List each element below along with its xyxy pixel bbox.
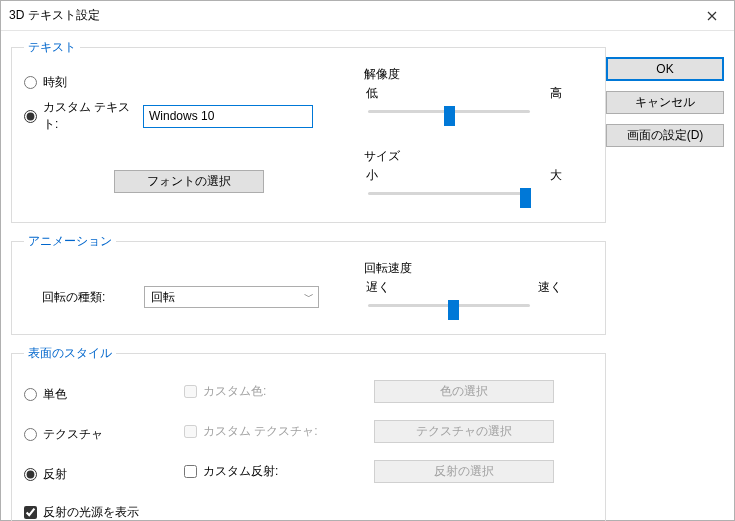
chevron-down-icon: ﹀ — [304, 290, 314, 304]
size-slider-box: サイズ 小 大 — [364, 146, 564, 210]
left-column: テキスト 時刻 カスタム テキスト: フォントの選択 — [11, 39, 606, 521]
radio-time[interactable] — [24, 76, 37, 89]
choose-reflection-button: 反射の選択 — [374, 460, 554, 483]
size-small-label: 小 — [366, 167, 378, 184]
dialog-body: テキスト 時刻 カスタム テキスト: フォントの選択 — [1, 31, 734, 521]
choose-font-button[interactable]: フォントの選択 — [114, 170, 264, 193]
size-slider[interactable] — [364, 186, 534, 210]
radio-custom-text[interactable] — [24, 110, 37, 123]
radio-solid-color-label: 単色 — [43, 386, 67, 403]
speed-title: 回転速度 — [364, 260, 564, 277]
ok-button[interactable]: OK — [606, 57, 724, 81]
resolution-slider-box: 解像度 低 高 — [364, 64, 564, 128]
speed-slider[interactable] — [364, 298, 534, 322]
custom-text-input[interactable] — [143, 105, 313, 128]
close-button[interactable] — [689, 1, 734, 31]
checkbox-custom-color — [184, 385, 197, 398]
checkbox-custom-reflection-label: カスタム反射: — [203, 463, 278, 480]
resolution-title: 解像度 — [364, 66, 564, 83]
text-sliders: 解像度 低 高 サイズ — [364, 64, 564, 210]
radio-solid-color[interactable] — [24, 388, 37, 401]
window-title: 3D テキスト設定 — [9, 7, 689, 24]
checkbox-custom-reflection[interactable] — [184, 465, 197, 478]
size-title: サイズ — [364, 148, 564, 165]
animation-group: アニメーション 回転の種類: 回転 ﹀ 回転速度 遅く — [11, 233, 606, 335]
rotation-type-combo[interactable]: 回転 ﹀ — [144, 286, 319, 308]
resolution-slider[interactable] — [364, 104, 534, 128]
text-group-legend: テキスト — [24, 39, 80, 56]
speed-slow-label: 遅く — [366, 279, 390, 296]
checkbox-custom-texture-label: カスタム テクスチャ: — [203, 423, 318, 440]
right-column: OK キャンセル 画面の設定(D) — [606, 39, 724, 521]
choose-color-button: 色の選択 — [374, 380, 554, 403]
speed-fast-label: 速く — [538, 279, 562, 296]
cancel-button[interactable]: キャンセル — [606, 91, 724, 114]
style-grid: 単色 カスタム色: 色の選択 テクスチャ カスタム テクスチャ: — [24, 376, 593, 486]
choose-texture-button: テクスチャの選択 — [374, 420, 554, 443]
titlebar: 3D テキスト設定 — [1, 1, 734, 31]
speed-slider-box: 回転速度 遅く 速く — [364, 258, 564, 322]
checkbox-custom-color-label: カスタム色: — [203, 383, 266, 400]
display-settings-button[interactable]: 画面の設定(D) — [606, 124, 724, 147]
radio-time-label: 時刻 — [43, 74, 67, 91]
checkbox-custom-texture — [184, 425, 197, 438]
style-group: 表面のスタイル 単色 カスタム色: 色の選択 テクスチャ — [11, 345, 606, 521]
style-group-legend: 表面のスタイル — [24, 345, 116, 362]
size-large-label: 大 — [550, 167, 562, 184]
rotation-type-label: 回転の種類: — [24, 289, 144, 306]
checkbox-show-specular-label: 反射の光源を表示 — [43, 504, 139, 521]
radio-texture-label: テクスチャ — [43, 426, 103, 443]
rotation-type-value: 回転 — [151, 289, 175, 306]
radio-reflection-label: 反射 — [43, 466, 67, 483]
animation-group-legend: アニメーション — [24, 233, 116, 250]
checkbox-show-specular[interactable] — [24, 506, 37, 519]
radio-texture[interactable] — [24, 428, 37, 441]
resolution-low-label: 低 — [366, 85, 378, 102]
radio-reflection[interactable] — [24, 468, 37, 481]
radio-custom-text-label: カスタム テキスト: — [43, 99, 143, 133]
resolution-high-label: 高 — [550, 85, 562, 102]
text-left-block: 時刻 カスタム テキスト: フォントの選択 — [24, 64, 364, 193]
dialog-window: 3D テキスト設定 テキスト 時刻 カスタム テキスト: — [0, 0, 735, 521]
text-group: テキスト 時刻 カスタム テキスト: フォントの選択 — [11, 39, 606, 223]
